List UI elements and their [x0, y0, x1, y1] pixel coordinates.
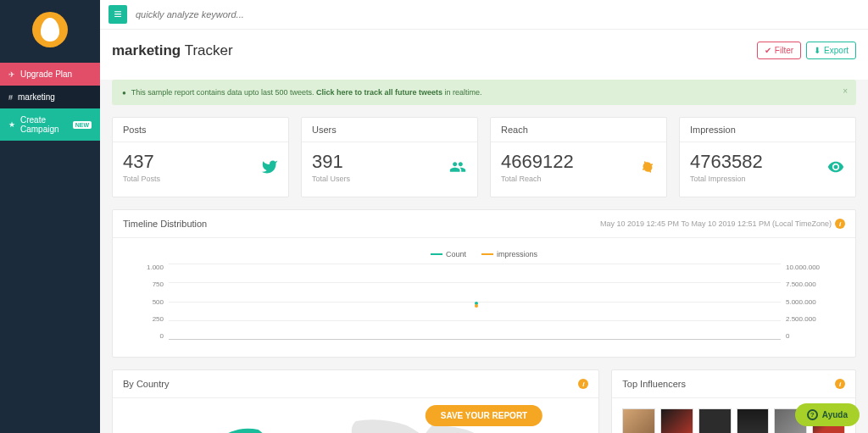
avatar[interactable] — [622, 408, 655, 433]
save-report-button[interactable]: SAVE YOUR REPORT — [426, 405, 542, 426]
stat-sub: Total Posts — [123, 175, 160, 183]
stat-card-impression: Impression 4763582 Total Impression — [679, 117, 856, 197]
megaphone-icon — [639, 158, 656, 175]
twitter-icon — [261, 158, 278, 175]
sidebar-item-marketing[interactable]: # marketing — [0, 86, 100, 108]
logo[interactable] — [0, 0, 100, 63]
sidebar-item-label: Upgrade Plan — [20, 69, 72, 79]
titlebar: marketing Tracker ✔ Filter ⬇ Export — [100, 30, 868, 80]
sidebar-item-label: marketing — [18, 92, 55, 102]
stat-value: 437 — [123, 151, 160, 173]
panel-title: Timeline Distribution — [123, 219, 207, 229]
check-icon: ✔ — [765, 46, 771, 55]
timeline-chart: Count impressions 1.000 750 500 250 0 — [113, 238, 855, 357]
avatar[interactable] — [660, 408, 693, 433]
date-range: May 10 2019 12:45 PM To May 10 2019 12:5… — [600, 219, 832, 228]
stats-row: Posts 437 Total Posts Users 391 — [112, 117, 856, 197]
stat-card-posts: Posts 437 Total Posts — [112, 117, 289, 197]
download-icon: ⬇ — [814, 46, 821, 55]
users-icon — [448, 158, 467, 175]
info-icon[interactable]: i — [835, 379, 845, 389]
help-button[interactable]: ? Ayuda — [795, 403, 860, 426]
stat-sub: Total Reach — [501, 175, 574, 183]
card-title: Reach — [491, 118, 666, 142]
track-link[interactable]: Click here to track all future tweets — [316, 88, 442, 97]
timeline-panel: Timeline Distribution May 10 2019 12:45 … — [112, 209, 856, 358]
sidebar: ✈ Upgrade Plan # marketing ★ Create Camp… — [0, 0, 100, 433]
filter-button[interactable]: ✔ Filter — [757, 42, 801, 59]
question-icon: ? — [807, 409, 818, 420]
card-title: Posts — [113, 118, 288, 142]
stat-sub: Total Impression — [690, 175, 763, 183]
sidebar-item-create-campaign[interactable]: ★ Create Campaign NEW — [0, 108, 100, 141]
topbar: ≡ — [100, 0, 868, 30]
hamburger-icon: ≡ — [114, 7, 121, 22]
bullet-icon: ● — [122, 89, 126, 97]
legend-swatch-impressions — [481, 253, 493, 255]
avatar[interactable] — [698, 408, 732, 433]
y-axis-left: 1.000 750 500 250 0 — [136, 264, 169, 340]
export-button[interactable]: ⬇ Export — [806, 42, 856, 59]
panel-title: Top Influencers — [622, 379, 686, 389]
close-icon[interactable]: × — [843, 86, 848, 96]
stat-card-reach: Reach 4669122 Total Reach — [490, 117, 667, 197]
card-title: Impression — [680, 118, 855, 142]
stat-value: 4669122 — [501, 151, 574, 173]
menu-toggle-button[interactable]: ≡ — [108, 5, 127, 24]
y-axis-right: 10.000.000 7.500.000 5.000.000 2.500.000… — [781, 264, 832, 340]
star-icon: ★ — [8, 120, 15, 129]
stat-value: 4763582 — [690, 151, 763, 173]
eye-icon — [826, 158, 845, 175]
hashtag-icon: # — [8, 93, 13, 102]
plot-area — [169, 264, 781, 340]
stat-value: 391 — [312, 151, 350, 173]
stat-card-users: Users 391 Total Users — [301, 117, 478, 197]
avatar[interactable] — [737, 408, 770, 433]
plane-icon: ✈ — [8, 70, 15, 79]
new-badge: NEW — [73, 121, 92, 129]
sidebar-item-label: Create Campaign — [20, 115, 66, 134]
stat-sub: Total Users — [312, 175, 350, 183]
page-title: marketing Tracker — [112, 42, 233, 59]
info-icon[interactable]: i — [835, 219, 845, 229]
legend-swatch-count — [431, 253, 442, 255]
main-content: ≡ marketing Tracker ✔ Filter ⬇ Export — [100, 0, 868, 433]
data-point — [475, 304, 478, 308]
panel-title: By Country — [123, 379, 169, 389]
info-alert: ● This sample report contains data upto … — [112, 80, 856, 105]
sidebar-item-upgrade[interactable]: ✈ Upgrade Plan — [0, 63, 100, 86]
card-title: Users — [302, 118, 477, 142]
search-input[interactable] — [136, 9, 860, 19]
info-icon[interactable]: i — [578, 379, 588, 389]
